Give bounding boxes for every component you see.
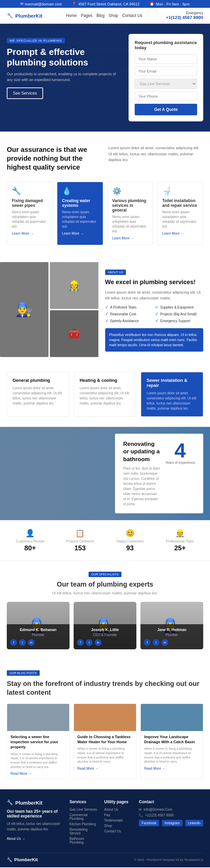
quality-top: Our assurance is that we provide nothing… [7,145,203,172]
feature-text-4: Speedy Assistance [110,319,139,323]
team-socials-1: f t in [77,639,133,646]
check-icon-4: ✓ [105,318,109,323]
footer-utility-title: Utility pages [104,800,132,804]
service-icon-0: 🔧 [12,187,48,196]
quality-heading: Our assurance is that we provide nothing… [7,145,102,172]
nav-logo[interactable]: 🔧 PlumberKit [7,13,42,19]
footer-utility-item-1[interactable]: Faq [104,813,132,817]
renovating-section: Renovating or updating a bathroom Pliee … [0,427,210,520]
hero-description: Our productivity is unmatched, enabling … [7,71,122,82]
service-card-2[interactable]: ⚙️ Various plumbing services in general … [107,182,153,245]
topbar: ✉ noemail@domain.com 📍 4567 Ford Street … [0,0,210,8]
feature-item-5: ✓Emergency Support [155,318,203,323]
svc-title-0: General plumbing [13,378,63,383]
form-name-input[interactable] [135,54,197,64]
svc-card-2[interactable]: Sewer instalation & repair Lorem ipsum d… [141,372,203,417]
form-phone-input[interactable] [135,92,197,101]
blog-img-1 [74,704,136,731]
team-grid: 👨‍🔧 Edmund K. Bohanan Plumber f t in 👨‍🔧… [7,602,203,649]
blog-excerpt-0: When it comes to fixing a plumbing repai… [11,752,66,769]
footer-utility-item-4[interactable]: Contact Us [104,829,132,833]
svc-card-1[interactable]: Heating & cooling Lorem ipsum dolor sit … [74,372,136,417]
team-role-0: Plumber [32,633,44,637]
nav-shop[interactable]: Shop [109,13,118,18]
stat-item-1: 📋 Projects Delivered 153 [57,529,103,552]
team-socials-2: f t in [144,639,200,646]
emergency-phone[interactable]: +1(123) 4567 8900 [166,15,203,20]
footer-service-item-1[interactable]: Commercial Plumbing [70,813,97,821]
team-tw-1[interactable]: t [86,639,93,646]
service-title-2: Various plumbing services in general [112,198,148,213]
learn-more-0[interactable]: Learn More → [12,232,48,235]
read-more-1[interactable]: Read More → [77,767,133,770]
stat-label-0: Customers Review [7,539,53,543]
instagram-button[interactable]: Instagram [162,820,182,826]
footer-logo[interactable]: 🔧 PlumberKit [7,800,63,806]
team-fb-0[interactable]: f [10,639,17,646]
nav-pages[interactable]: Pages [81,13,92,18]
footer-utility-item-3[interactable]: Shop [104,824,132,828]
footer-about-col: 🔧 PlumberKit Our team has 25+ years of s… [7,800,63,846]
stat-value-3: 25+ [157,544,203,552]
service-desc-2: Nemo enim ipsam voluptatem quia voluptas… [112,215,148,234]
footer-service-item-4[interactable]: Bathroom Plumbing [70,837,97,844]
blog-heading: Stay on the forefront of industry trends… [7,679,203,697]
feature-text-2: Reasonable Cost [110,312,136,316]
get-quote-button[interactable]: Get A Quote [135,104,197,115]
svc-desc-1: Lorem ipsum dolor sit amet, consectetur … [80,386,131,406]
renov-years-label: Years of experience [165,461,195,465]
facebook-button[interactable]: Facebook [139,820,159,826]
team-tw-0[interactable]: t [19,639,26,646]
renov-stats: 4 Years of experience [165,440,195,465]
footer-utility-item-0[interactable]: About Us [104,808,132,811]
form-service-select[interactable]: Gas Line Services [135,79,197,89]
hero-section: WE SPECIALIZE IN PLUMBING Prompt & effec… [0,24,210,132]
stat-value-2: 93 [107,544,153,552]
service-card-0[interactable]: 🔧 Fixing damaged sewer pipes Nemo enim i… [7,182,53,245]
service-card-1[interactable]: 💧 Creating water systems Nemo enim ipsam… [57,182,103,245]
footer-service-item-3[interactable]: Remodeling Service [70,828,97,835]
team-section: OUR SPECIALISTS Our team of plumbing exp… [0,561,210,659]
team-in-0[interactable]: in [28,639,35,646]
team-name-0: Edmund K. Bohanan [10,628,66,632]
check-icon-5: ✓ [155,318,158,323]
footer-utility-item-2[interactable]: Testimonials [104,818,132,822]
team-in-1[interactable]: in [95,639,101,646]
read-more-0[interactable]: Read More → [11,772,66,775]
footer-service-item-0[interactable]: Gas Line Services [70,808,97,811]
learn-more-3[interactable]: Learn More → [162,232,198,235]
team-info-2: Jane R. Holtman Plumber f t in [140,624,203,649]
footer-service-item-2[interactable]: Kitchen Plumbing [70,822,97,826]
check-icon-3: ✓ [155,312,158,316]
form-email-input[interactable] [135,66,197,76]
hero-form: Request plumbing assistance today Gas Li… [129,34,203,121]
see-services-button[interactable]: See Services [7,87,43,99]
team-fb-1[interactable]: f [77,639,84,646]
nav-blog[interactable]: Blog [96,13,104,18]
svc-desc-0: Lorem ipsum dolor sit amet, consectetur … [13,386,63,406]
contact-phone[interactable]: 📞 +1(123) 4567 8900 [139,813,203,817]
team-fb-2[interactable]: f [144,639,151,646]
linkedin-button[interactable]: Linkedin [185,820,203,826]
service-icon-3: 🚽 [162,187,198,196]
team-in-2[interactable]: in [161,639,168,646]
quality-section: Our assurance is that we provide nothing… [0,132,210,259]
nav-home[interactable]: Home [66,13,77,18]
nav-contact[interactable]: Contact Us [122,13,142,18]
footer-contact-col: Contact ✉ info@Domain.Com 📞 +1(123) 4567… [139,800,203,846]
blog-title-1: Guide to Choosing a Tankless Water Heate… [77,734,133,745]
footer-bottom-logo[interactable]: 🔧 PlumberKit [7,857,38,862]
learn-more-2[interactable]: Learn More → [112,236,148,240]
learn-more-1[interactable]: Learn More → [62,232,98,235]
team-description: Ut elit tellus, luctus nec ullamcorper m… [7,591,203,595]
topbar-address: 📍 4567 Ford Street Oakland, CA 94612 [72,2,139,6]
blog-content-2: Improve Your Landscape Drainage With a C… [141,731,203,774]
read-more-2[interactable]: Read More → [144,767,199,770]
service-card-3[interactable]: 🚽 Toilet installation and repair service… [157,182,203,245]
stat-icon-2: 😊 [107,529,153,538]
footer-top: 🔧 PlumberKit Our team has 25+ years of s… [7,800,203,846]
team-tw-2[interactable]: t [153,639,159,646]
svc-card-0[interactable]: General plumbing Lorem ipsum dolor sit a… [7,372,69,417]
feature-text-5: Emergency Support [160,319,190,323]
footer-about-link[interactable]: About Us → [7,837,25,841]
